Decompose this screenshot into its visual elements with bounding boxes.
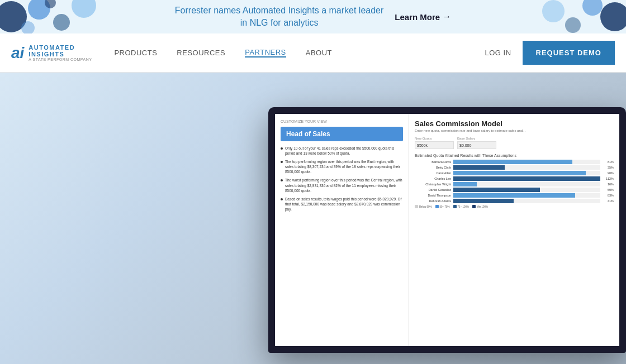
chart-bar-container xyxy=(453,188,600,192)
hero-section: Customize your view Head of Sales Only 1… xyxy=(0,73,626,364)
bullet-3: The worst performing region over this pe… xyxy=(281,178,403,193)
bullet-1: Only 10 out of your 41 sales reps exceed… xyxy=(281,146,403,156)
screen-content: Customize your view Head of Sales Only 1… xyxy=(275,114,619,346)
base-salary-field: Base Salary $0.000 xyxy=(457,137,496,149)
chart-row: Barbara Davis81% xyxy=(415,160,614,164)
chart-row: Carol Allen90% xyxy=(415,171,614,175)
base-salary-input[interactable]: $0.000 xyxy=(457,141,496,149)
nav-about[interactable]: ABOUT xyxy=(306,49,332,57)
chart-row-label: Carol Allen xyxy=(415,171,451,175)
legend-label: 50 - 75% xyxy=(440,205,450,208)
nav-partners[interactable]: PARTNERS xyxy=(245,48,286,58)
chart-bar xyxy=(453,171,586,175)
legend-item: 50 - 75% xyxy=(435,205,450,208)
chart-bar xyxy=(453,182,477,186)
logo-ai-icon: ai xyxy=(11,44,24,62)
legend-label: Below 50% xyxy=(419,205,432,208)
legend-item: 75 - 100% xyxy=(453,205,470,208)
nav-links: PRODUCTS RESOURCES PARTNERS ABOUT xyxy=(114,48,485,58)
chart-row: Deborah Adams41% xyxy=(415,199,614,203)
chart-bar-container xyxy=(453,193,600,198)
bullet-text-2: The top performing region over this peri… xyxy=(285,159,403,174)
legend-label: 75 - 100% xyxy=(458,205,470,208)
commission-title: Sales Commission Model xyxy=(415,119,614,128)
chart-row: Christopher Wright16% xyxy=(415,182,614,186)
bullet-text-3: The worst performing region over this pe… xyxy=(285,178,403,193)
chart-row-label: David Thompson xyxy=(415,194,451,197)
chart-bar-container xyxy=(453,160,600,164)
logo-text: AUTOMATED INSIGHTS A STATE PERFORM COMPA… xyxy=(29,44,92,62)
chart-bar-container xyxy=(453,199,600,203)
decorative-circles-right xyxy=(537,0,626,33)
nav-right: LOG IN REQUEST DEMO xyxy=(485,41,615,65)
chart-pct: 83% xyxy=(603,194,614,197)
logo[interactable]: ai AUTOMATED INSIGHTS A STATE PERFORM CO… xyxy=(11,44,92,62)
chart-bar xyxy=(453,165,505,170)
laptop-screen: Customize your view Head of Sales Only 1… xyxy=(268,107,626,353)
bullet-dot xyxy=(281,198,283,200)
screen-left-panel: Customize your view Head of Sales Only 1… xyxy=(275,114,409,346)
chart-bar-container xyxy=(453,171,600,175)
chart-pct: 90% xyxy=(603,171,614,175)
arrow-icon: → xyxy=(442,12,451,22)
svg-point-7 xyxy=(582,0,603,16)
legend-item: Min 100% xyxy=(472,205,488,208)
svg-point-9 xyxy=(542,0,565,22)
customize-label: Customize your view xyxy=(281,119,403,123)
screen-right-panel: Sales Commission Model Enter new quota, … xyxy=(409,114,619,346)
legend-color-dot xyxy=(453,205,457,208)
nav-resources[interactable]: RESOURCES xyxy=(177,49,225,57)
chart-bar xyxy=(453,188,540,192)
chart-row-label: Christopher Wright xyxy=(415,183,451,186)
chart-legend: Below 50%50 - 75%75 - 100%Min 100% xyxy=(415,205,614,208)
svg-point-6 xyxy=(600,2,626,31)
chart-row-label: Daniel Gonzalez xyxy=(415,188,451,191)
base-salary-label: Base Salary xyxy=(457,137,496,140)
chart-pct: 35% xyxy=(603,166,614,169)
chart-bar xyxy=(453,176,600,181)
announcement-bar: Forrester names Automated Insights a mar… xyxy=(0,0,626,33)
bullet-text-1: Only 10 out of your 41 sales reps exceed… xyxy=(285,146,403,156)
chart-row-label: Deborah Adams xyxy=(415,199,451,203)
legend-color-dot xyxy=(435,205,439,208)
chart-row: Daniel Gonzalez59% xyxy=(415,188,614,192)
chart-title: Estimated Quota Attained Results with Th… xyxy=(415,154,614,157)
new-quota-input[interactable]: $500k xyxy=(415,141,454,149)
form-row: New Quota $500k Base Salary $0.000 xyxy=(415,137,614,149)
svg-point-8 xyxy=(565,17,581,33)
login-button[interactable]: LOG IN xyxy=(485,49,511,57)
legend-label: Min 100% xyxy=(477,205,488,208)
quota-chart: Barbara Davis81%Betty Clark35%Carol Alle… xyxy=(415,160,614,203)
chart-bar-container xyxy=(453,165,600,170)
chart-row: Charles Lee112% xyxy=(415,176,614,181)
legend-color-dot xyxy=(415,205,418,208)
navigation: ai AUTOMATED INSIGHTS A STATE PERFORM CO… xyxy=(0,33,626,73)
bullet-dot xyxy=(281,179,283,181)
nav-products[interactable]: PRODUCTS xyxy=(114,49,157,57)
learn-more-button[interactable]: Learn More → xyxy=(395,12,451,22)
chart-bar-container xyxy=(453,182,600,186)
decorative-circles-left xyxy=(0,0,112,33)
request-demo-button[interactable]: REQUEST DEMO xyxy=(523,41,615,65)
chart-bar xyxy=(453,193,575,198)
legend-color-dot xyxy=(472,205,476,208)
announcement-text: Forrester names Automated Insights a mar… xyxy=(175,4,384,30)
new-quota-field: New Quota $500k xyxy=(415,137,454,149)
svg-point-3 xyxy=(72,0,96,18)
bullet-4: Based on sales results, total wages paid… xyxy=(281,197,403,212)
chart-row: David Thompson83% xyxy=(415,193,614,198)
bullet-2: The top performing region over this peri… xyxy=(281,159,403,174)
new-quota-label: New Quota xyxy=(415,137,454,140)
bullet-text-4: Based on sales results, total wages paid… xyxy=(285,197,403,212)
chart-pct: 81% xyxy=(603,160,614,164)
legend-item: Below 50% xyxy=(415,205,432,208)
chart-row-label: Charles Lee xyxy=(415,177,451,180)
chart-bar xyxy=(453,160,572,164)
chart-pct: 41% xyxy=(603,199,614,203)
chart-bar-container xyxy=(453,176,600,181)
svg-point-2 xyxy=(53,14,70,31)
chart-row-label: Betty Clark xyxy=(415,166,451,169)
head-of-sales-label: Head of Sales xyxy=(281,127,403,141)
bullet-dot xyxy=(281,147,283,150)
chart-pct: 16% xyxy=(603,183,614,186)
